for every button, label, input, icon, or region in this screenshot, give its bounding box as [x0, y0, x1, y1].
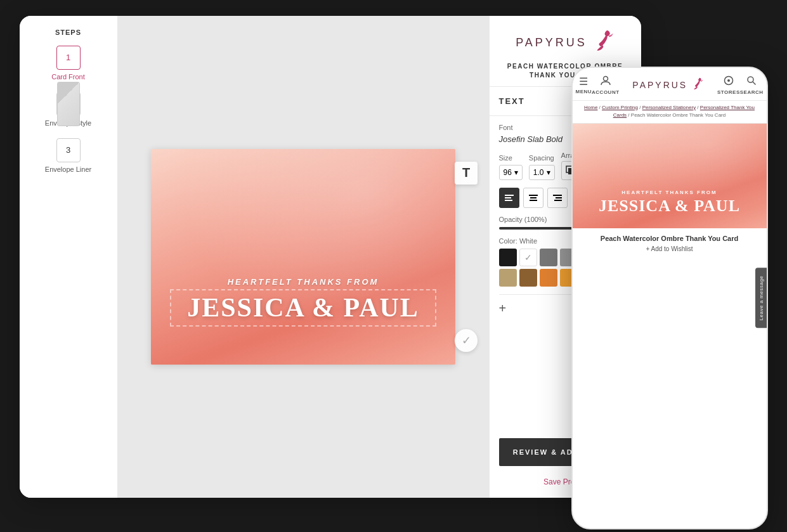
- size-value: 96: [504, 168, 512, 177]
- spacing-group: Spacing 1.0 ▾: [529, 154, 555, 180]
- account-icon: [601, 75, 611, 88]
- mobile-nav-search[interactable]: SEARCH: [740, 75, 764, 95]
- account-label: ACCOUNT: [592, 89, 620, 95]
- main-wrapper: STEPS 1 Card Front Envelope Style 3 Enve…: [20, 16, 768, 517]
- stores-icon: [724, 75, 734, 88]
- svg-rect-9: [556, 197, 562, 198]
- breadcrumb-personalized-stationery[interactable]: Personalized Stationery: [642, 105, 696, 110]
- step-2-envelope-style[interactable]: Envelope Style: [29, 92, 108, 127]
- swatch-tan[interactable]: [499, 269, 517, 287]
- papyrus-logo-area: PAPYRUS: [499, 29, 632, 57]
- mobile-product-title: Peach Watercolor Ombre Thank You Card: [573, 228, 767, 245]
- breadcrumb-home[interactable]: Home: [584, 105, 597, 110]
- svg-rect-5: [529, 195, 538, 196]
- steps-title: STEPS: [29, 29, 108, 36]
- size-select[interactable]: 96 ▾: [499, 165, 523, 180]
- card-preview-area: HEARTFELT THANKS FROM JESSICA & PAUL T ✓: [118, 16, 489, 498]
- svg-line-15: [753, 82, 756, 85]
- svg-rect-7: [530, 200, 537, 201]
- steps-sidebar: STEPS 1 Card Front Envelope Style 3 Enve…: [20, 16, 118, 498]
- mobile-card-image: HEARTFELT THANKS FROM JESSICA & PAUL: [573, 124, 767, 228]
- card-text-area: HEARTFELT THANKS FROM JESSICA & PAUL: [170, 277, 436, 326]
- step-3-box: 3: [56, 138, 81, 162]
- size-chevron-icon: ▾: [514, 168, 518, 177]
- svg-point-11: [603, 76, 608, 81]
- size-group: Size 96 ▾: [499, 154, 523, 180]
- step-3-envelope-liner[interactable]: 3 Envelope Liner: [29, 138, 108, 173]
- search-label: SEARCH: [740, 89, 764, 95]
- mobile-card-name-text: JESSICA & PAUL: [599, 197, 740, 216]
- mobile-papyrus-header-nav: PAPYRUS: [620, 76, 717, 94]
- svg-rect-8: [553, 195, 562, 196]
- step-1-label: Card Front: [51, 73, 85, 81]
- svg-rect-6: [530, 197, 537, 198]
- mobile-nav-menu[interactable]: ☰ MENU: [576, 75, 592, 94]
- align-left-btn[interactable]: [499, 188, 519, 208]
- papyrus-brand-name: PAPYRUS: [516, 36, 587, 49]
- mobile-nav-stores[interactable]: STORES: [717, 75, 740, 95]
- stores-label: STORES: [717, 89, 740, 95]
- hummingbird-icon: [592, 29, 615, 57]
- breadcrumb-current: Peach Watercolor Ombre Thank You Card: [631, 112, 725, 118]
- mobile-card: ☰ MENU ACCOUNT PAPYRUS: [571, 67, 768, 529]
- step-1-card-front[interactable]: 1 Card Front: [29, 46, 108, 81]
- size-label: Size: [499, 154, 523, 162]
- card-name-text: JESSICA & PAUL: [170, 289, 436, 326]
- svg-rect-2: [505, 195, 514, 196]
- desktop-card: STEPS 1 Card Front Envelope Style 3 Enve…: [20, 16, 641, 498]
- mobile-nav-account[interactable]: ACCOUNT: [592, 75, 620, 95]
- card-preview: HEARTFELT THANKS FROM JESSICA & PAUL: [151, 149, 455, 365]
- spacing-chevron-icon: ▾: [547, 168, 550, 177]
- align-right-btn[interactable]: [547, 188, 568, 208]
- swatch-white[interactable]: [519, 249, 537, 266]
- spacing-value: 1.0: [533, 168, 544, 177]
- plus-button[interactable]: +: [499, 301, 507, 316]
- spacing-select[interactable]: 1.0 ▾: [529, 165, 555, 180]
- mobile-breadcrumb: Home / Custom Printing / Personalized St…: [573, 101, 767, 124]
- mobile-brand-name: PAPYRUS: [632, 80, 687, 90]
- text-tool-icon[interactable]: T: [455, 162, 478, 185]
- envelope-thumbnail: [57, 82, 80, 126]
- mobile-hummingbird-icon: [691, 76, 704, 94]
- spacing-label: Spacing: [529, 154, 555, 162]
- mobile-nav: ☰ MENU ACCOUNT PAPYRUS: [573, 68, 767, 101]
- swatch-orange[interactable]: [540, 269, 557, 287]
- text-tab-label: TEXT: [499, 96, 525, 106]
- breadcrumb-custom-printing[interactable]: Custom Printing: [602, 105, 638, 110]
- svg-point-13: [727, 79, 730, 82]
- check-icon[interactable]: ✓: [455, 329, 478, 352]
- mobile-add-to-wishlist-link[interactable]: + Add to Wishlist: [573, 245, 767, 257]
- mobile-card-image-inner: HEARTFELT THANKS FROM JESSICA & PAUL: [573, 124, 767, 228]
- mobile-card-from-text: HEARTFELT THANKS FROM: [621, 190, 717, 195]
- swatch-black[interactable]: [499, 249, 517, 266]
- step-3-label: Envelope Liner: [45, 165, 91, 173]
- card-preview-inner: HEARTFELT THANKS FROM JESSICA & PAUL: [151, 149, 455, 365]
- menu-icon: ☰: [579, 75, 588, 88]
- search-icon: [746, 75, 757, 88]
- svg-point-14: [748, 77, 753, 82]
- swatch-dark-gray[interactable]: [540, 249, 557, 266]
- svg-rect-10: [554, 200, 562, 201]
- card-from-text: HEARTFELT THANKS FROM: [170, 277, 436, 287]
- svg-rect-3: [505, 197, 511, 198]
- swatch-brown[interactable]: [519, 269, 537, 287]
- step-1-box: 1: [56, 46, 81, 70]
- align-center-btn[interactable]: [523, 188, 543, 208]
- svg-rect-4: [505, 200, 512, 201]
- leave-message-tab[interactable]: Leave a message: [755, 268, 767, 328]
- step-2-box: [56, 92, 81, 116]
- menu-label: MENU: [576, 89, 592, 94]
- mobile-logo-area: PAPYRUS: [632, 76, 704, 94]
